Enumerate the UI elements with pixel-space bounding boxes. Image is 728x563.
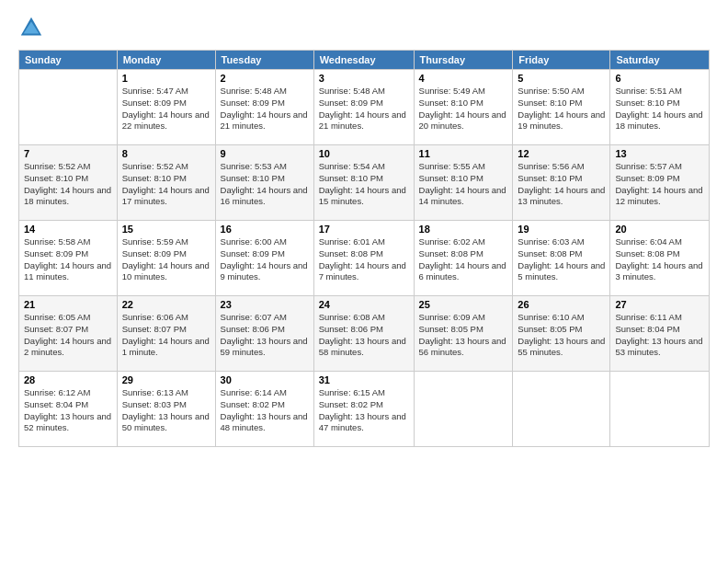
day-info: Sunrise: 5:52 AM Sunset: 8:10 PM Dayligh… [24, 161, 112, 208]
calendar-cell: 11Sunrise: 5:55 AM Sunset: 8:10 PM Dayli… [414, 145, 513, 221]
logo-icon [18, 15, 44, 40]
header-row: SundayMondayTuesdayWednesdayThursdayFrid… [19, 51, 710, 70]
day-info: Sunrise: 6:04 AM Sunset: 8:08 PM Dayligh… [615, 236, 704, 283]
calendar-cell: 25Sunrise: 6:09 AM Sunset: 8:05 PM Dayli… [414, 296, 513, 372]
calendar-week-row: 21Sunrise: 6:05 AM Sunset: 8:07 PM Dayli… [19, 296, 710, 372]
day-number: 9 [221, 148, 309, 159]
day-number: 16 [221, 224, 309, 235]
calendar-cell: 12Sunrise: 5:56 AM Sunset: 8:10 PM Dayli… [513, 145, 610, 221]
day-info: Sunrise: 6:07 AM Sunset: 8:06 PM Dayligh… [221, 312, 309, 359]
day-info: Sunrise: 5:55 AM Sunset: 8:10 PM Dayligh… [419, 161, 508, 208]
day-info: Sunrise: 5:49 AM Sunset: 8:10 PM Dayligh… [419, 86, 508, 132]
calendar-cell: 17Sunrise: 6:01 AM Sunset: 8:08 PM Dayli… [313, 221, 414, 296]
day-number: 6 [615, 73, 704, 84]
calendar-cell [610, 372, 710, 447]
header-day: Friday [513, 51, 610, 70]
day-info: Sunrise: 5:48 AM Sunset: 8:09 PM Dayligh… [221, 86, 309, 132]
day-number: 30 [221, 374, 309, 385]
day-info: Sunrise: 6:06 AM Sunset: 8:07 PM Dayligh… [122, 312, 210, 359]
header-day: Saturday [610, 51, 710, 70]
calendar-cell: 18Sunrise: 6:02 AM Sunset: 8:08 PM Dayli… [414, 221, 513, 296]
calendar-cell: 23Sunrise: 6:07 AM Sunset: 8:06 PM Dayli… [215, 296, 313, 372]
day-info: Sunrise: 6:01 AM Sunset: 8:08 PM Dayligh… [319, 236, 409, 283]
calendar-body: 1Sunrise: 5:47 AM Sunset: 8:09 PM Daylig… [19, 70, 710, 447]
calendar-cell: 2Sunrise: 5:48 AM Sunset: 8:09 PM Daylig… [215, 70, 313, 145]
calendar-cell: 30Sunrise: 6:14 AM Sunset: 8:02 PM Dayli… [215, 372, 313, 447]
calendar-cell: 19Sunrise: 6:03 AM Sunset: 8:08 PM Dayli… [513, 221, 610, 296]
day-info: Sunrise: 6:05 AM Sunset: 8:07 PM Dayligh… [24, 312, 112, 359]
header-day: Tuesday [215, 51, 313, 70]
day-number: 28 [24, 374, 112, 385]
header-day: Wednesday [313, 51, 414, 70]
day-info: Sunrise: 5:54 AM Sunset: 8:10 PM Dayligh… [319, 161, 409, 208]
day-info: Sunrise: 6:10 AM Sunset: 8:05 PM Dayligh… [518, 312, 605, 359]
day-number: 13 [615, 148, 704, 159]
day-info: Sunrise: 6:02 AM Sunset: 8:08 PM Dayligh… [419, 236, 508, 283]
day-number: 23 [221, 299, 309, 310]
calendar-cell: 6Sunrise: 5:51 AM Sunset: 8:10 PM Daylig… [610, 70, 710, 145]
day-info: Sunrise: 6:11 AM Sunset: 8:04 PM Dayligh… [615, 312, 704, 359]
day-number: 29 [122, 374, 210, 385]
calendar-page: SundayMondayTuesdayWednesdayThursdayFrid… [0, 0, 728, 563]
calendar-cell: 31Sunrise: 6:15 AM Sunset: 8:02 PM Dayli… [313, 372, 414, 447]
calendar-cell: 14Sunrise: 5:58 AM Sunset: 8:09 PM Dayli… [19, 221, 118, 296]
day-info: Sunrise: 5:47 AM Sunset: 8:09 PM Dayligh… [122, 86, 210, 132]
calendar-cell: 7Sunrise: 5:52 AM Sunset: 8:10 PM Daylig… [19, 145, 118, 221]
calendar-header: SundayMondayTuesdayWednesdayThursdayFrid… [19, 51, 710, 70]
calendar-cell: 24Sunrise: 6:08 AM Sunset: 8:06 PM Dayli… [313, 296, 414, 372]
day-info: Sunrise: 6:09 AM Sunset: 8:05 PM Dayligh… [419, 312, 508, 359]
calendar-cell: 26Sunrise: 6:10 AM Sunset: 8:05 PM Dayli… [513, 296, 610, 372]
day-info: Sunrise: 5:51 AM Sunset: 8:10 PM Dayligh… [615, 86, 704, 132]
calendar-cell: 8Sunrise: 5:52 AM Sunset: 8:10 PM Daylig… [117, 145, 215, 221]
calendar-cell [19, 70, 118, 145]
calendar-week-row: 28Sunrise: 6:12 AM Sunset: 8:04 PM Dayli… [19, 372, 710, 447]
calendar-cell: 5Sunrise: 5:50 AM Sunset: 8:10 PM Daylig… [513, 70, 610, 145]
day-info: Sunrise: 5:59 AM Sunset: 8:09 PM Dayligh… [122, 236, 210, 283]
calendar-cell: 27Sunrise: 6:11 AM Sunset: 8:04 PM Dayli… [610, 296, 710, 372]
calendar-week-row: 1Sunrise: 5:47 AM Sunset: 8:09 PM Daylig… [19, 70, 710, 145]
day-number: 1 [122, 73, 210, 84]
day-info: Sunrise: 5:48 AM Sunset: 8:09 PM Dayligh… [319, 86, 409, 132]
day-info: Sunrise: 6:03 AM Sunset: 8:08 PM Dayligh… [518, 236, 605, 283]
day-number: 14 [24, 224, 112, 235]
calendar-cell: 22Sunrise: 6:06 AM Sunset: 8:07 PM Dayli… [117, 296, 215, 372]
calendar-week-row: 14Sunrise: 5:58 AM Sunset: 8:09 PM Dayli… [19, 221, 710, 296]
day-number: 19 [518, 224, 605, 235]
header [18, 15, 710, 40]
calendar-cell: 10Sunrise: 5:54 AM Sunset: 8:10 PM Dayli… [313, 145, 414, 221]
calendar-cell: 20Sunrise: 6:04 AM Sunset: 8:08 PM Dayli… [610, 221, 710, 296]
logo [18, 15, 48, 40]
day-number: 22 [122, 299, 210, 310]
day-number: 5 [518, 73, 605, 84]
calendar-table: SundayMondayTuesdayWednesdayThursdayFrid… [18, 50, 710, 447]
day-number: 3 [319, 73, 409, 84]
day-number: 8 [122, 148, 210, 159]
day-info: Sunrise: 5:52 AM Sunset: 8:10 PM Dayligh… [122, 161, 210, 208]
day-info: Sunrise: 6:14 AM Sunset: 8:02 PM Dayligh… [221, 387, 309, 434]
day-number: 21 [24, 299, 112, 310]
day-info: Sunrise: 6:13 AM Sunset: 8:03 PM Dayligh… [122, 387, 210, 434]
day-info: Sunrise: 6:15 AM Sunset: 8:02 PM Dayligh… [319, 387, 409, 434]
day-number: 18 [419, 224, 508, 235]
calendar-cell: 28Sunrise: 6:12 AM Sunset: 8:04 PM Dayli… [19, 372, 118, 447]
day-number: 24 [319, 299, 409, 310]
day-info: Sunrise: 6:08 AM Sunset: 8:06 PM Dayligh… [319, 312, 409, 359]
day-number: 7 [24, 148, 112, 159]
day-info: Sunrise: 5:50 AM Sunset: 8:10 PM Dayligh… [518, 86, 605, 132]
day-info: Sunrise: 5:58 AM Sunset: 8:09 PM Dayligh… [24, 236, 112, 283]
calendar-cell [513, 372, 610, 447]
calendar-cell [414, 372, 513, 447]
calendar-week-row: 7Sunrise: 5:52 AM Sunset: 8:10 PM Daylig… [19, 145, 710, 221]
calendar-cell: 4Sunrise: 5:49 AM Sunset: 8:10 PM Daylig… [414, 70, 513, 145]
calendar-cell: 9Sunrise: 5:53 AM Sunset: 8:10 PM Daylig… [215, 145, 313, 221]
day-info: Sunrise: 6:12 AM Sunset: 8:04 PM Dayligh… [24, 387, 112, 434]
day-number: 15 [122, 224, 210, 235]
day-number: 31 [319, 374, 409, 385]
calendar-cell: 15Sunrise: 5:59 AM Sunset: 8:09 PM Dayli… [117, 221, 215, 296]
day-number: 12 [518, 148, 605, 159]
day-number: 27 [615, 299, 704, 310]
day-number: 25 [419, 299, 508, 310]
day-number: 2 [221, 73, 309, 84]
calendar-cell: 21Sunrise: 6:05 AM Sunset: 8:07 PM Dayli… [19, 296, 118, 372]
calendar-cell: 1Sunrise: 5:47 AM Sunset: 8:09 PM Daylig… [117, 70, 215, 145]
